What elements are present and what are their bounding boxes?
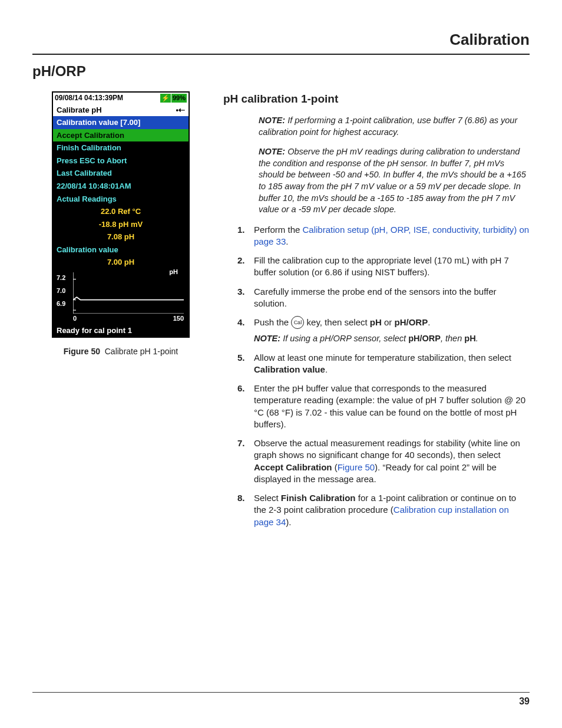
step-4-text-a: Push the [254, 317, 291, 327]
step-5-text-b: . [325, 364, 328, 374]
note-2-text: Observe the pH mV readings during calibr… [259, 147, 526, 214]
device-title-row: Calibrate pH •⇠ [53, 104, 189, 117]
step-4-note-c: . [476, 334, 478, 343]
step-4-text-b: key, then select [304, 317, 369, 327]
row-finish-calibration: Finish Calibration [53, 141, 189, 154]
step-4-note-b: , then [441, 334, 464, 343]
step-2: Fill the calibration cup to the appropri… [241, 255, 530, 286]
row-ph-mv: -18.8 pH mV [53, 218, 189, 231]
xtick: 0 [73, 314, 77, 323]
step-4-text-c: or [382, 317, 395, 327]
note-1-text: If performing a 1-point calibration, use… [259, 116, 517, 137]
figure-label: Figure 50 [64, 347, 100, 356]
step-8-text-c: ). [286, 517, 291, 527]
subsection-title: pH calibration 1-point [223, 91, 530, 107]
row-last-calibrated-label: Last Calibrated [53, 167, 189, 180]
step-4-note: NOTE: If using a pH/ORP sensor, select p… [254, 333, 530, 345]
row-last-calibrated-time: 22/08/14 10:48:01AM [53, 180, 189, 193]
row-accept-calibration: Accept Calibration [53, 129, 189, 142]
cal-key-icon: Cal [291, 316, 304, 329]
plot-yticks: 7.2 7.0 6.9 [57, 271, 65, 310]
ytick: 7.0 [57, 284, 65, 297]
note-label: NOTE: [254, 334, 280, 343]
step-5-bold: Calibration value [254, 364, 325, 374]
step-4-text-d: . [428, 317, 430, 327]
step-8-bold: Finish Calibration [281, 493, 356, 503]
figure-caption: Figure 50 Calibrate pH 1-point [32, 346, 209, 357]
row-actual-readings-label: Actual Readings [53, 193, 189, 206]
step-1-text-a: Perform the [254, 225, 303, 235]
step-3: Carefully immerse the probe end of the s… [241, 286, 530, 317]
footer-rule [32, 692, 530, 693]
row-ph: 7.08 pH [53, 230, 189, 243]
row-ref-temp: 22.0 Ref °C [53, 205, 189, 218]
step-4-note-a: If using a pH/ORP sensor, select [283, 334, 408, 343]
step-4-note-bold1: pH/ORP [408, 334, 441, 343]
step-6: Enter the pH buffer value that correspon… [241, 383, 530, 437]
device-plot: pH 7.2 7.0 6.9 [53, 269, 189, 324]
step-7-text-a: Observe the actual measurement readings … [254, 438, 520, 460]
row-cal-value-label: Calibration value [53, 243, 189, 256]
note-label: NOTE: [259, 147, 285, 156]
step-4-bold-ph: pH [370, 317, 382, 327]
usb-icon: •⇠ [176, 105, 185, 116]
steps-list: Perform the Calibration setup (pH, ORP, … [223, 224, 530, 535]
note-2: NOTE: Observe the pH mV readings during … [259, 146, 530, 215]
step-4-note-bold2: pH [464, 334, 475, 343]
plot-xticks: 0 150 [73, 314, 184, 323]
step-8: Select Finish Calibration for a 1-point … [241, 492, 530, 535]
row-cal-value: 7.00 pH [53, 256, 189, 269]
row-press-esc: Press ESC to Abort [53, 154, 189, 167]
device-status-bar: 09/08/14 04:13:39PM ⚡ 99% [53, 93, 189, 103]
xtick: 150 [173, 314, 184, 323]
section-title: pH/ORP [32, 62, 530, 81]
note-1: NOTE: If performing a 1-point calibratio… [259, 115, 530, 138]
step-7: Observe the actual measurement readings … [241, 437, 530, 492]
step-4-bold-phorp: pH/ORP [395, 317, 428, 327]
device-datetime: 09/08/14 04:13:39PM [55, 93, 123, 103]
step-8-text-a: Select [254, 493, 281, 503]
running-head: Calibration [32, 29, 530, 55]
ytick: 6.9 [57, 297, 65, 310]
ytick: 7.2 [57, 271, 65, 284]
step-1: Perform the Calibration setup (pH, ORP, … [241, 224, 530, 255]
step-1-text-b: . [286, 236, 288, 246]
step-5-text-a: Allow at least one minute for temperatur… [254, 353, 511, 363]
page-number: 39 [519, 695, 530, 708]
device-screenshot: 09/08/14 04:13:39PM ⚡ 99% Calibrate pH •… [52, 91, 190, 338]
step-5: Allow at least one minute for temperatur… [241, 352, 530, 383]
charging-icon: ⚡ [160, 94, 171, 103]
step-7-bold: Accept Calibration [254, 462, 332, 472]
row-cal-value-header: Calibration value [7.00] [53, 116, 189, 129]
step-7-text-b: ( [332, 462, 338, 472]
note-label: NOTE: [259, 116, 285, 125]
link-figure-50[interactable]: Figure 50 [338, 462, 375, 472]
device-title: Calibrate pH [57, 105, 102, 116]
battery-percent: 99% [171, 94, 187, 103]
figure-text: Calibrate pH 1-point [105, 347, 178, 356]
device-footer: Ready for cal point 1 [53, 324, 189, 337]
step-4: Push the Cal key, then select pH or pH/O… [241, 317, 530, 352]
